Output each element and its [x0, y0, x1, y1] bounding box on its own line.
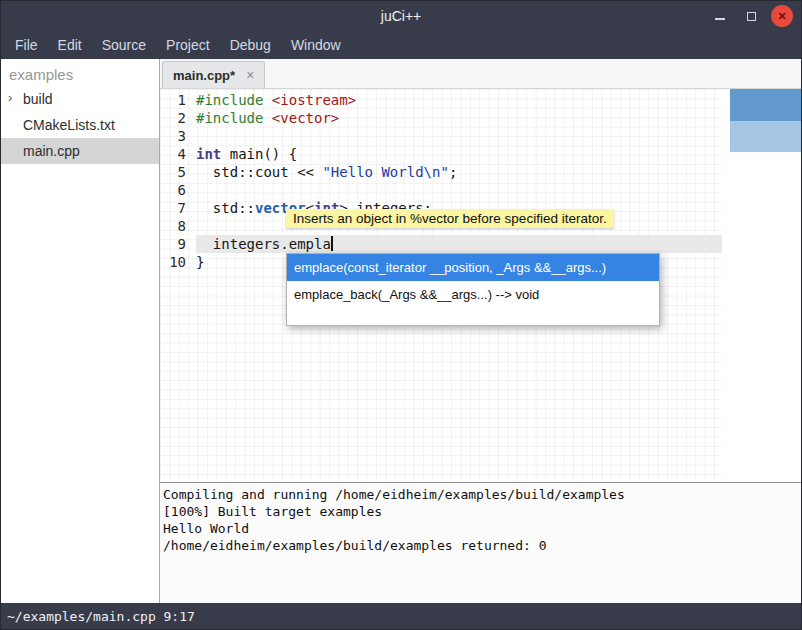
doc-tooltip: Inserts an object in %vector before spec…	[286, 209, 614, 228]
minimize-button[interactable]	[709, 5, 731, 27]
line-number: 3	[160, 127, 186, 145]
line-number: 4	[160, 145, 186, 163]
menu-debug[interactable]: Debug	[220, 31, 281, 59]
menu-project[interactable]: Project	[156, 31, 220, 59]
code-line-6: 6	[160, 181, 801, 199]
close-button[interactable]: ✕	[771, 5, 793, 27]
menu-window[interactable]: Window	[281, 31, 351, 59]
code-text: #include <iostream>	[196, 91, 722, 109]
code-line-9: 9 integers.empla	[160, 235, 801, 253]
scrollbar-marker-dark	[730, 89, 801, 121]
output-line: Compiling and running /home/eidheim/exam…	[163, 486, 798, 503]
code-token: "Hello World\n"	[322, 164, 448, 180]
code-text	[196, 127, 722, 145]
code-text: integers.empla	[196, 235, 722, 253]
output-line: Hello World	[163, 520, 798, 537]
code-token: ;	[449, 164, 457, 180]
code-token: integers.empla	[196, 236, 331, 252]
main-content: examples ›buildCMakeLists.txtmain.cpp ma…	[1, 59, 801, 603]
completion-item[interactable]: emplace(const_iterator __position, _Args…	[287, 254, 659, 281]
code-text: int main() {	[196, 145, 722, 163]
code-lines: 1#include <iostream>2#include <vector>34…	[160, 91, 801, 271]
tab-main-cpp[interactable]: main.cpp* ×	[162, 61, 265, 88]
code-text: std::cout << "Hello World\n";	[196, 163, 722, 181]
code-line-2: 2#include <vector>	[160, 109, 801, 127]
sidebar-item-cmakelists-txt[interactable]: CMakeLists.txt	[1, 112, 159, 138]
code-token: std::	[196, 200, 255, 216]
output-line: /home/eidheim/examples/build/examples re…	[163, 537, 798, 554]
line-number: 8	[160, 217, 186, 235]
completion-popup: emplace(const_iterator __position, _Args…	[286, 253, 660, 326]
code-line-1: 1#include <iostream>	[160, 91, 801, 109]
line-number: 5	[160, 163, 186, 181]
editor-column: main.cpp* × 1#include <iostream>2#includ…	[160, 59, 801, 603]
code-token: <iostream>	[272, 92, 356, 108]
line-number: 1	[160, 91, 186, 109]
app-window: juCi++ ✕ FileEditSourceProjectDebugWindo…	[0, 0, 802, 630]
tree-item-label: main.cpp	[23, 143, 80, 159]
code-token: main() {	[221, 146, 297, 162]
menu-source[interactable]: Source	[92, 31, 156, 59]
code-token: <vector>	[272, 110, 339, 126]
code-editor[interactable]: 1#include <iostream>2#include <vector>34…	[160, 89, 801, 482]
window-title: juCi++	[1, 1, 801, 31]
code-line-3: 3	[160, 127, 801, 145]
code-text	[196, 181, 722, 199]
code-token: int	[196, 146, 221, 162]
minimize-icon	[715, 18, 725, 20]
code-token: std::cout <<	[196, 164, 322, 180]
tab-bar: main.cpp* ×	[160, 59, 801, 89]
code-text: #include <vector>	[196, 109, 722, 127]
sidebar-item-main-cpp[interactable]: main.cpp	[1, 138, 159, 164]
code-token: #include	[196, 110, 272, 126]
close-icon: ✕	[777, 11, 786, 22]
maximize-button[interactable]	[740, 5, 762, 27]
tab-close-icon[interactable]: ×	[246, 68, 254, 82]
scrollbar-marker-light	[730, 121, 801, 152]
tab-label: main.cpp*	[173, 68, 235, 83]
code-token: }	[196, 254, 204, 270]
titlebar[interactable]: juCi++ ✕	[1, 1, 801, 31]
line-number: 2	[160, 109, 186, 127]
file-tree: ›buildCMakeLists.txtmain.cpp	[1, 86, 159, 164]
chevron-right-icon: ›	[8, 90, 12, 105]
line-number: 10	[160, 253, 186, 271]
line-number: 9	[160, 235, 186, 253]
code-line-5: 5 std::cout << "Hello World\n";	[160, 163, 801, 181]
window-controls: ✕	[700, 5, 793, 27]
output-panel: Compiling and running /home/eidheim/exam…	[160, 482, 801, 603]
code-line-4: 4int main() {	[160, 145, 801, 163]
file-tree-header: examples	[1, 59, 159, 86]
line-number: 6	[160, 181, 186, 199]
status-bar: ~/examples/main.cpp 9:17	[1, 603, 801, 629]
file-tree-panel: examples ›buildCMakeLists.txtmain.cpp	[1, 59, 160, 603]
completion-item[interactable]: emplace_back(_Args &&__args...) --> void	[287, 281, 659, 308]
sidebar-item-build[interactable]: ›build	[1, 86, 159, 112]
tree-item-label: CMakeLists.txt	[23, 117, 115, 133]
status-location: ~/examples/main.cpp 9:17	[7, 609, 195, 624]
maximize-icon	[747, 12, 756, 21]
line-number: 7	[160, 199, 186, 217]
scrollbar-marker[interactable]	[730, 89, 801, 152]
tree-item-label: build	[23, 91, 53, 107]
menubar: FileEditSourceProjectDebugWindow	[1, 31, 801, 59]
text-cursor	[331, 236, 333, 251]
output-line: [100%] Built target examples	[163, 503, 798, 520]
menu-file[interactable]: File	[5, 31, 48, 59]
code-token: #include	[196, 92, 272, 108]
menu-edit[interactable]: Edit	[48, 31, 92, 59]
